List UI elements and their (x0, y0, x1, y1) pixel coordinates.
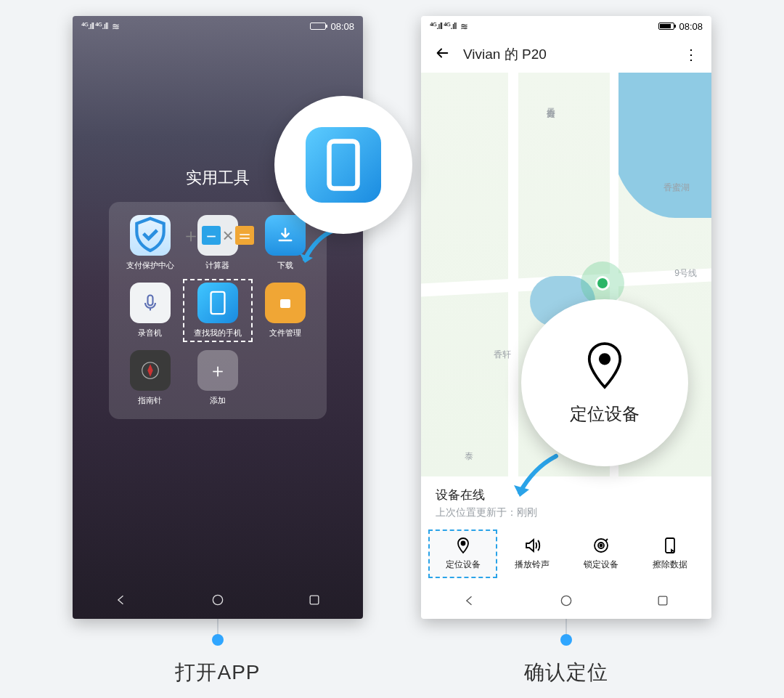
action-lock-device[interactable]: 锁定设备 (566, 529, 635, 578)
app-bar: Vivian 的 P20 ⋮ (421, 36, 711, 73)
device-status-subtitle: 上次位置更新于：刚刚 (436, 506, 697, 519)
svg-rect-6 (330, 142, 358, 189)
svg-rect-2 (280, 299, 290, 308)
signal-icon: ⁴ᴳ.ıll ⁴ᴳ.ıll (430, 21, 456, 31)
callout-label: 定位设备 (570, 402, 640, 426)
device-name-title: Vivian 的 P20 (463, 45, 547, 64)
plus-icon: ＋ (197, 350, 238, 391)
action-label: 播放铃声 (515, 559, 550, 571)
app-compass[interactable]: 指南针 (119, 350, 181, 406)
system-navbar (73, 584, 363, 619)
action-row: 定位设备 播放铃声 锁定设备 擦除数据 (421, 524, 711, 585)
svg-point-4 (213, 595, 222, 604)
app-label: 添加 (210, 395, 226, 406)
step-connector (217, 617, 219, 635)
arrow-indicator (505, 449, 571, 507)
battery-icon (310, 23, 326, 30)
map-label: 香蜜湖 (663, 182, 690, 194)
map-label: 香轩 (494, 349, 511, 361)
back-button[interactable] (434, 45, 450, 64)
device-location-marker (581, 261, 624, 305)
callout-locate-action: 定位设备 (521, 299, 688, 466)
battery-icon (658, 23, 674, 30)
app-payment-protection[interactable]: 支付保护中心 (119, 215, 181, 271)
action-locate-device[interactable]: 定位设备 (428, 529, 497, 578)
action-label: 擦除数据 (653, 559, 687, 571)
app-label: 指南针 (138, 395, 162, 406)
callout-app-icon (274, 96, 412, 234)
map-label: 泰 (465, 450, 473, 463)
svg-rect-0 (147, 296, 152, 306)
app-files[interactable]: 文件管理 (255, 283, 317, 338)
action-erase-data[interactable]: 擦除数据 (635, 529, 704, 578)
nav-home[interactable] (559, 593, 573, 611)
svg-point-12 (561, 596, 571, 605)
app-label: 查找我的手机 (194, 328, 242, 338)
app-add[interactable]: ＋ 添加 (187, 350, 248, 406)
svg-rect-5 (310, 596, 319, 604)
nav-back[interactable] (462, 593, 477, 611)
app-label: 支付保护中心 (126, 260, 174, 271)
microphone-icon (130, 283, 171, 323)
app-label: 文件管理 (269, 328, 301, 338)
app-label: 计算器 (205, 260, 229, 271)
action-label: 锁定设备 (584, 559, 618, 571)
app-label: 下载 (277, 260, 293, 271)
folder-icon (265, 283, 306, 323)
wifi-icon: ≋ (112, 21, 120, 32)
status-time: 08:08 (679, 21, 703, 32)
svg-rect-13 (658, 596, 667, 605)
calculator-icon: ＋－×＝ (197, 215, 238, 256)
status-time: 08:08 (330, 21, 354, 32)
app-label: 录音机 (138, 328, 162, 338)
step-caption: 打开APP (175, 659, 260, 686)
status-bar: ⁴ᴳ.ıll ⁴ᴳ.ıll ≋ 08:08 (73, 16, 363, 36)
svg-rect-1 (211, 292, 225, 314)
svg-point-14 (600, 354, 610, 364)
svg-point-7 (461, 542, 465, 545)
nav-recent[interactable] (656, 593, 670, 611)
signal-icon: ⁴ᴳ.ıll ⁴ᴳ.ıll (81, 21, 107, 31)
step-connector (565, 617, 567, 635)
shield-icon (130, 215, 171, 256)
step-caption: 确认定位 (524, 659, 608, 686)
system-navbar (421, 585, 711, 619)
nav-recent[interactable] (307, 593, 322, 610)
wifi-icon: ≋ (460, 21, 468, 32)
more-menu-icon[interactable]: ⋮ (684, 46, 698, 63)
nav-back[interactable] (114, 593, 128, 610)
find-phone-icon (197, 283, 238, 323)
nav-home[interactable] (211, 593, 225, 610)
app-recorder[interactable]: 录音机 (119, 283, 181, 338)
action-play-sound[interactable]: 播放铃声 (497, 529, 566, 578)
action-label: 定位设备 (446, 559, 481, 571)
step-dot (560, 634, 572, 646)
svg-point-10 (600, 545, 602, 547)
app-calculator[interactable]: ＋－×＝ 计算器 (187, 215, 248, 271)
compass-icon (130, 350, 171, 391)
map-label: 9号线 (674, 267, 697, 280)
step-dot (212, 634, 224, 646)
app-find-my-phone[interactable]: 查找我的手机 (187, 283, 248, 338)
status-bar: ⁴ᴳ.ıll ⁴ᴳ.ıll ≋ 08:08 (421, 16, 711, 36)
find-phone-icon-large (306, 127, 381, 203)
